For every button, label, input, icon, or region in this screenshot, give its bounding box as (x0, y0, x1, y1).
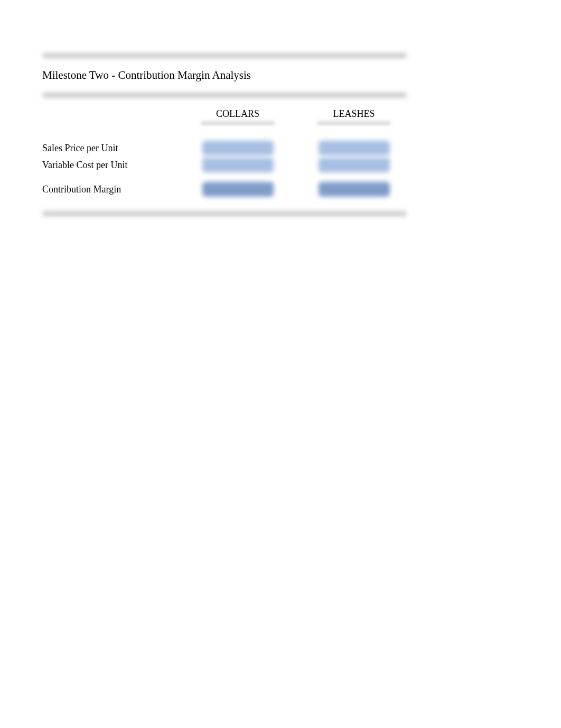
cell-contribution-margin-collars (185, 181, 291, 198)
analysis-table: COLLARS LEASHES Sales Price per Unit Var… (42, 108, 407, 198)
blurred-value (202, 158, 274, 172)
column-header-collars: COLLARS (185, 108, 291, 127)
row-label-variable-cost: Variable Cost per Unit (42, 158, 180, 173)
cell-variable-cost-leashes (296, 156, 412, 173)
cell-sales-price-leashes (296, 140, 412, 156)
divider-bar-mid (42, 93, 407, 98)
page-title: Milestone Two - Contribution Margin Anal… (42, 69, 407, 82)
divider-bar-top (42, 53, 407, 58)
header-underline (317, 122, 391, 125)
column-header-label: LEASHES (333, 108, 375, 119)
row-label-contribution-margin: Contribution Margin (42, 182, 180, 197)
blurred-value (319, 182, 390, 197)
header-underline (201, 122, 275, 125)
column-header-leashes: LEASHES (296, 108, 412, 127)
blurred-value (319, 158, 390, 172)
cell-variable-cost-collars (185, 156, 291, 173)
row-label-sales-price: Sales Price per Unit (42, 141, 180, 156)
column-header-label: COLLARS (216, 108, 259, 119)
cell-sales-price-collars (185, 140, 291, 156)
report-content: Milestone Two - Contribution Margin Anal… (42, 53, 407, 216)
blurred-value (319, 141, 390, 155)
blurred-value (202, 182, 274, 197)
blurred-value (202, 141, 274, 155)
divider-bar-bottom (42, 211, 407, 216)
cell-contribution-margin-leashes (296, 181, 412, 198)
